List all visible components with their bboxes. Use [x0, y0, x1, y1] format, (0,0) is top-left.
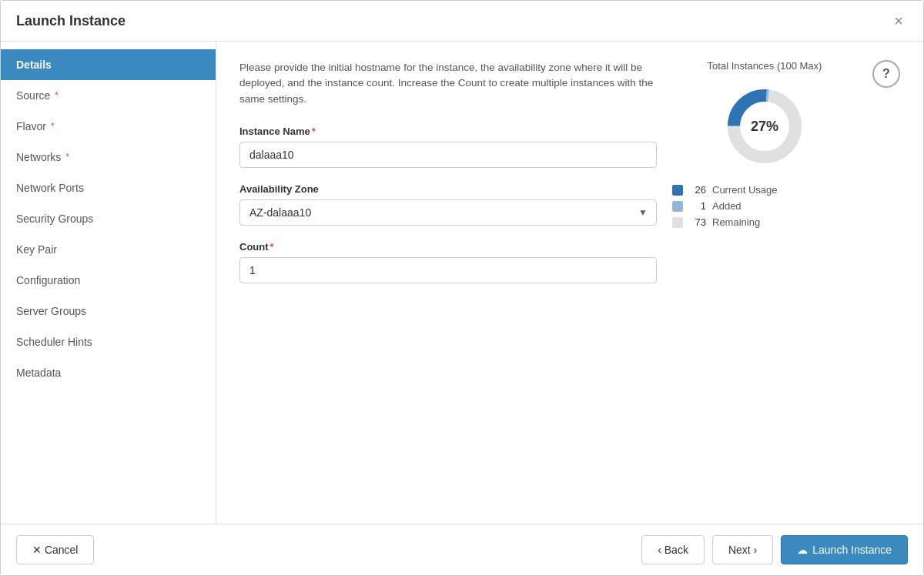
content-main: Please provide the initial hostname for … [239, 60, 657, 299]
sidebar-item-network-ports[interactable]: Network Ports [1, 172, 216, 203]
legend-dot-remaining [672, 217, 683, 228]
sidebar: DetailsSource *Flavor *Networks *Network… [1, 42, 216, 524]
sidebar-item-security-groups[interactable]: Security Groups [1, 203, 216, 234]
instance-name-input[interactable] [239, 142, 657, 168]
count-label: Count* [239, 241, 657, 253]
legend-dot-current [672, 185, 683, 196]
legend-current-label: Current Usage [712, 184, 778, 196]
sidebar-item-source[interactable]: Source * [1, 80, 216, 111]
description-text: Please provide the initial hostname for … [239, 60, 657, 107]
donut-chart: 27% [722, 84, 807, 169]
launch-button-label: Launch Instance [812, 544, 892, 556]
legend-current: 26 Current Usage [672, 184, 857, 196]
chart-title: Total Instances (100 Max) [708, 60, 822, 72]
launch-cloud-icon: ☁ [797, 544, 808, 556]
close-button[interactable]: × [889, 12, 908, 30]
modal-footer: ✕ Cancel ‹ Back Next › ☁ Launch Instance [1, 524, 923, 575]
modal-body: DetailsSource *Flavor *Networks *Network… [1, 42, 923, 524]
content-area: Please provide the initial hostname for … [216, 42, 923, 524]
legend-current-num: 26 [689, 184, 706, 196]
launch-instance-button[interactable]: ☁ Launch Instance [781, 535, 908, 564]
count-group: Count* [239, 241, 657, 283]
legend-dot-added [672, 201, 683, 212]
legend-added-num: 1 [689, 200, 706, 212]
instance-name-group: Instance Name* [239, 126, 657, 168]
sidebar-item-flavor[interactable]: Flavor * [1, 111, 216, 142]
sidebar-item-server-groups[interactable]: Server Groups [1, 296, 216, 327]
sidebar-item-scheduler-hints[interactable]: Scheduler Hints [1, 327, 216, 357]
cancel-button[interactable]: ✕ Cancel [16, 535, 94, 564]
legend-remaining: 73 Remaining [672, 216, 857, 228]
modal-title: Launch Instance [16, 13, 126, 29]
footer-right: ‹ Back Next › ☁ Launch Instance [641, 535, 908, 564]
availability-zone-group: Availability Zone AZ-dalaaa10novaaz1az2 … [239, 183, 657, 226]
sidebar-item-networks[interactable]: Networks * [1, 142, 216, 172]
chart-legend: 26 Current Usage 1 Added 73 Remaining [672, 184, 857, 228]
launch-instance-modal: Launch Instance × DetailsSource *Flavor … [0, 0, 924, 576]
sidebar-item-metadata[interactable]: Metadata [1, 357, 216, 388]
legend-added: 1 Added [672, 200, 857, 212]
sidebar-item-key-pair[interactable]: Key Pair [1, 234, 216, 265]
instance-name-label: Instance Name* [239, 126, 657, 137]
donut-percent-label: 27% [751, 119, 778, 135]
count-input[interactable] [239, 257, 657, 283]
back-button[interactable]: ‹ Back [641, 535, 705, 564]
chart-section: Total Instances (100 Max) [672, 60, 857, 228]
availability-zone-select-wrapper: AZ-dalaaa10novaaz1az2 ▼ [239, 199, 657, 226]
sidebar-item-details[interactable]: Details [1, 49, 216, 80]
modal-header: Launch Instance × [1, 1, 923, 42]
legend-remaining-label: Remaining [712, 216, 760, 228]
next-button[interactable]: Next › [712, 535, 773, 564]
legend-remaining-num: 73 [689, 216, 706, 228]
availability-zone-select[interactable]: AZ-dalaaa10novaaz1az2 [239, 199, 657, 226]
content-top: Please provide the initial hostname for … [239, 60, 900, 299]
help-button[interactable]: ? [872, 60, 900, 88]
legend-added-label: Added [712, 200, 742, 212]
availability-zone-label: Availability Zone [239, 183, 657, 195]
sidebar-item-configuration[interactable]: Configuration [1, 265, 216, 296]
